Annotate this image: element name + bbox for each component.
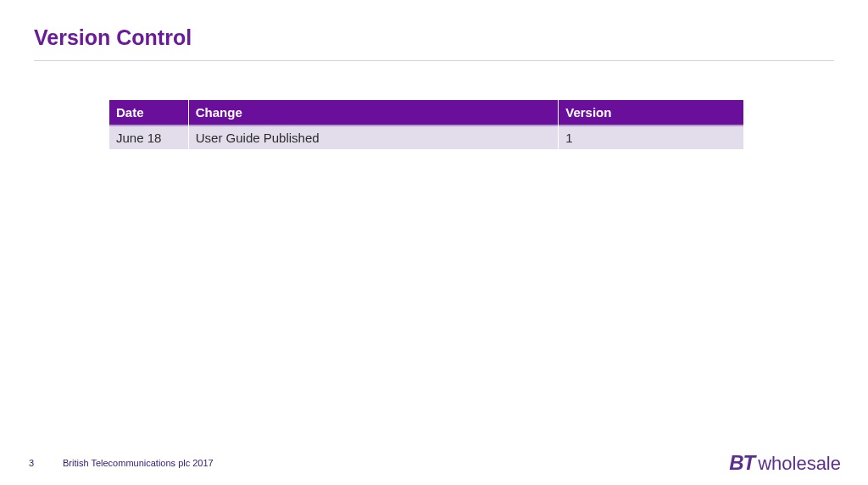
- cell-change: User Guide Published: [189, 126, 559, 149]
- footer: 3 British Telecommunications plc 2017 BT…: [0, 441, 868, 485]
- col-header-version: Version: [559, 100, 743, 126]
- page-number: 3: [29, 458, 63, 468]
- copyright-text: British Telecommunications plc 2017: [63, 458, 214, 468]
- bt-wholesale-logo: BT wholesale: [729, 451, 841, 475]
- version-control-table: Date Change Version June 18 User Guide P…: [108, 100, 744, 149]
- table-header-row: Date Change Version: [109, 100, 743, 126]
- col-header-date: Date: [109, 100, 188, 126]
- logo-wholesale-text: wholesale: [758, 453, 841, 475]
- page-title: Version Control: [0, 0, 868, 60]
- cell-date: June 18: [109, 126, 188, 149]
- table-row: June 18 User Guide Published 1: [109, 126, 743, 149]
- logo-bt-text: BT: [729, 451, 754, 475]
- slide: Version Control Date Change Version June…: [0, 0, 868, 485]
- table-container: Date Change Version June 18 User Guide P…: [0, 61, 868, 149]
- cell-version: 1: [559, 126, 743, 149]
- col-header-change: Change: [189, 100, 559, 126]
